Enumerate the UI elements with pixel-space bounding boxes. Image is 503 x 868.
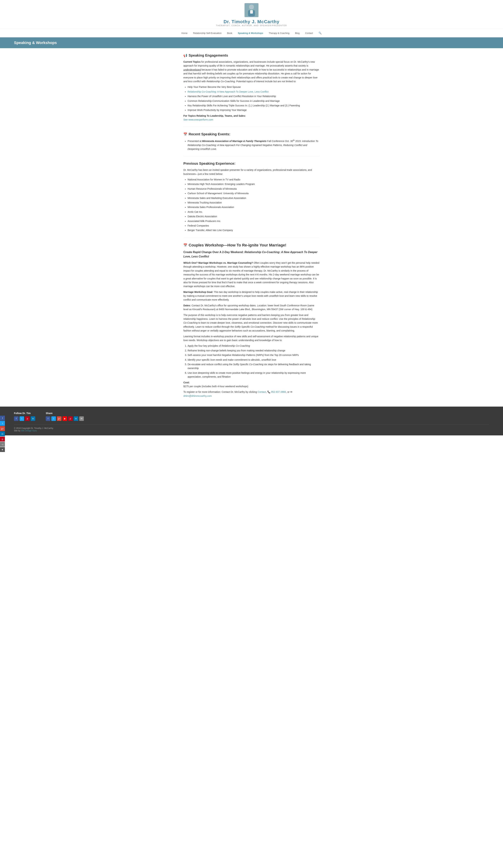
- list-item: Common Relationship-Communication Skills…: [187, 99, 320, 103]
- goal-para: Marriage Workshop Goal: This two day wor…: [183, 290, 320, 302]
- footer-follow-title: Follow Dr. Tim: [14, 412, 35, 415]
- footer-bottom: © 2016 Copyright Dr. Timothy J. McCarthy…: [14, 424, 489, 432]
- objectives-list: Apply the four key principles of Relatio…: [187, 344, 320, 379]
- nav-book[interactable]: Book: [224, 31, 235, 35]
- share-facebook-icon[interactable]: f: [46, 416, 50, 421]
- footer-share-title: Share: [46, 412, 84, 415]
- speaking-engagements-title: 📢 Speaking Engagements: [183, 53, 320, 58]
- social-sidebar: f t g+ in p ◁ ★: [0, 416, 5, 435]
- list-item: Arctic Cat Inc.: [187, 210, 320, 214]
- list-item: Human Resource Professionals of Minnesot…: [187, 187, 320, 191]
- list-item: Minnesota High Tech Association: Emergin…: [187, 182, 320, 186]
- nav-therapy-coaching[interactable]: Therapy & Coaching: [266, 31, 292, 35]
- share-twitter-icon[interactable]: t: [51, 416, 56, 421]
- follow-pinterest-icon[interactable]: p: [25, 416, 30, 421]
- copyright-text: © 2016 Copyright Dr. Timothy J. McCarthy: [14, 427, 53, 430]
- sub-workshop-title: Create Rapid Change Over A 2-Day Weekend…: [183, 250, 320, 259]
- leadership-label: For Topics Relating To Leadership, Teams…: [183, 114, 320, 122]
- recent-events-list: Presented at Minnesota Association of Ma…: [187, 139, 320, 151]
- search-icon[interactable]: 🔍: [316, 31, 324, 35]
- page-banner-title: Speaking & Workshops: [14, 41, 489, 45]
- register-para: To register or for more information: Con…: [183, 390, 320, 398]
- phone-link[interactable]: 952.937.0866: [271, 391, 286, 393]
- previous-speaking-intro: Dr. McCarthy has been an invited speaker…: [183, 168, 320, 176]
- list-item: Presented at Minnesota Association of Ma…: [187, 139, 320, 151]
- list-item: Identify your specific love needs and ma…: [187, 358, 320, 362]
- list-item: Relationship Co-Coaching: A New Approach…: [187, 90, 320, 94]
- nav-speaking-workshops[interactable]: Speaking & Workshops: [235, 31, 266, 35]
- couples-workshop-title: 📅 Couples Workshop—How To Re-ignite Your…: [183, 243, 320, 247]
- list-item: Self–assess your most harmful Negative R…: [187, 353, 320, 357]
- couples-workshop-section: 📅 Couples Workshop—How To Re-ignite Your…: [183, 243, 320, 398]
- follow-linkedin-icon[interactable]: in: [31, 416, 35, 421]
- nav-contact[interactable]: Contact: [302, 31, 316, 35]
- nav-home[interactable]: Home: [179, 31, 191, 35]
- rcc-link[interactable]: Relationship Co-Coaching: A New Approach…: [187, 90, 269, 93]
- learning-para: Learning format includes in-workshop pra…: [183, 334, 320, 342]
- calendar2-icon: 📅: [183, 243, 187, 247]
- cost-para: Cost: $275 per couple (includes both 4-h…: [183, 381, 320, 389]
- site-by-text: Site by: [14, 430, 21, 432]
- site-subtitle: THERAPIST, COACH, AUTHOR, AND SPEAKER/PR…: [0, 24, 503, 27]
- list-item: Dakota Electric Association: [187, 215, 320, 218]
- list-item: Berger Transfer, Allied Van Line Company: [187, 228, 320, 232]
- list-item: Use love deepening skills to create more…: [187, 371, 320, 379]
- speaking-engagements-section: 📢 Speaking Engagements Current Topics fo…: [183, 53, 320, 122]
- footer-share: Share f t g+ ▶ p in ✉: [46, 412, 84, 421]
- page-banner: Speaking & Workshops: [0, 38, 503, 48]
- topics-list: Help Your Partner Become the Very Best S…: [187, 85, 320, 112]
- list-item: Carlson School of Management: University…: [187, 192, 320, 195]
- svg-point-0: [249, 4, 254, 9]
- recent-speaking-events-section: 📅 Recent Speaking Events: Presented at M…: [183, 132, 320, 151]
- avatar: [245, 3, 258, 17]
- list-item: National Association for Women in TV and…: [187, 178, 320, 182]
- previous-speaking-section: Previous Speaking Experience: Dr. McCart…: [183, 162, 320, 232]
- footer-follow-icons: f t p in: [14, 416, 35, 421]
- list-item: De-escalate and reduce conflict using th…: [187, 362, 320, 370]
- nav-blog[interactable]: Blog: [292, 31, 302, 35]
- organizations-list: National Association for Women in TV and…: [187, 178, 320, 232]
- list-item: Federal Companies: [187, 224, 320, 228]
- footer-share-icons: f t g+ ▶ p in ✉: [46, 416, 84, 421]
- share-linkedin-icon[interactable]: in: [74, 416, 78, 421]
- speaking-intro: Current Topics for professional associat…: [183, 60, 320, 83]
- list-item: Apply the four key principles of Relatio…: [187, 344, 320, 348]
- follow-twitter-icon[interactable]: t: [20, 416, 24, 421]
- list-item: Minnesota Trucking Association: [187, 201, 320, 205]
- sidebar-twitter[interactable]: t: [0, 421, 5, 426]
- execperform-link[interactable]: See www.execperform.com: [183, 118, 213, 121]
- main-content: 📢 Speaking Engagements Current Topics fo…: [180, 48, 323, 406]
- list-item: Associated Milk Producers Inc.: [187, 219, 320, 223]
- sidebar-googleplus[interactable]: g+: [0, 426, 5, 431]
- list-item: Minnesota Sales and Marketing Executive …: [187, 196, 320, 200]
- list-item: Harness the Power of Unselfish Love and …: [187, 94, 320, 98]
- follow-facebook-icon[interactable]: f: [14, 416, 19, 421]
- calendar-icon: 📅: [183, 132, 187, 136]
- list-item: Reframe limiting non-change beliefs keep…: [187, 349, 320, 352]
- nav-relationship-self-eval[interactable]: Relationship Self-Evaluation: [191, 31, 224, 35]
- svg-rect-2: [250, 10, 253, 14]
- main-nav: Home Relationship Self-Evaluation Book S…: [0, 29, 503, 37]
- which-one-para: Which One? Marriage Workshops vs. Marria…: [183, 261, 320, 288]
- list-item: Minnesota Sales Professionals Associatio…: [187, 205, 320, 209]
- contact-link[interactable]: Contact: [258, 391, 266, 393]
- previous-speaking-title: Previous Speaking Experience:: [183, 162, 320, 166]
- sidebar-facebook[interactable]: f: [0, 416, 5, 421]
- sidebar-linkedin[interactable]: in: [0, 431, 5, 435]
- list-item: Key Relationship Skills For Achieving Tr…: [187, 104, 320, 107]
- purpose-para: The purpose of this workshop is to help …: [183, 313, 320, 333]
- email-link[interactable]: drtim@drtimmccarthy.com: [183, 394, 212, 397]
- dates-para: Dates: Contact Dr. McCarthy's office for…: [183, 303, 320, 311]
- footer-top: Follow Dr. Tim f t p in Share f t g+ ▶ p…: [14, 412, 489, 421]
- footer-follow: Follow Dr. Tim f t p in: [14, 412, 35, 421]
- share-email-icon[interactable]: ✉: [79, 416, 84, 421]
- site-title: Dr. Timothy J. McCarthy: [0, 19, 503, 24]
- share-googleplus-icon[interactable]: g+: [57, 416, 61, 421]
- site-header: Dr. Timothy J. McCarthy THERAPIST, COACH…: [0, 0, 503, 38]
- site-footer: Follow Dr. Tim f t p in Share f t g+ ▶ p…: [0, 406, 503, 435]
- megaphone-icon: 📢: [183, 54, 187, 58]
- site-design-guru-link[interactable]: Site Design Guru: [21, 430, 37, 432]
- recent-events-title: 📅 Recent Speaking Events:: [183, 132, 320, 136]
- share-youtube-icon[interactable]: ▶: [62, 416, 67, 421]
- share-pinterest-icon[interactable]: p: [68, 416, 73, 421]
